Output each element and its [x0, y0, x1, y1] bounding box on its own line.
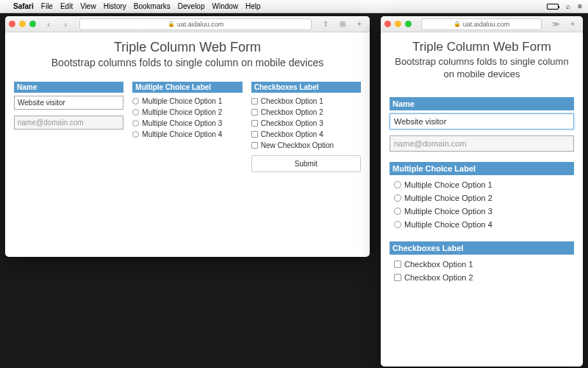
menu-file[interactable]: File [41, 2, 53, 10]
lock-icon: 🔒 [453, 21, 461, 27]
checkbox-icon [251, 109, 258, 116]
window-titlebar[interactable]: 🔒 uat.aidaluu.com ≫ + [381, 16, 583, 32]
share-button[interactable]: ⇪ [319, 18, 332, 29]
menu-history[interactable]: History [104, 2, 126, 10]
page-content: Triple Column Web Form Bootstrap columns… [5, 32, 370, 257]
menu-edit[interactable]: Edit [60, 2, 73, 10]
minimize-icon[interactable] [19, 21, 26, 27]
email-input[interactable]: name@domain.com [14, 116, 123, 130]
menu-window[interactable]: Window [212, 2, 239, 10]
close-icon[interactable] [9, 21, 15, 27]
battery-icon[interactable] [547, 4, 559, 10]
name-input[interactable]: Website visitor [14, 96, 123, 110]
safari-window-wide: ‹ › 🔒 uat.aidaluu.com ⇪ ⊞ + Triple Colum… [5, 16, 370, 257]
radio-option[interactable]: Multiple Choice Option 2 [132, 107, 242, 118]
radio-option[interactable]: Multiple Choice Option 1 [132, 96, 242, 107]
notification-center-icon[interactable]: ≡ [578, 2, 582, 10]
submit-button[interactable]: Submit [251, 155, 361, 172]
radio-option[interactable]: Multiple Choice Option 3 [132, 118, 242, 129]
radio-icon [132, 98, 139, 105]
checkbox-icon [251, 131, 258, 138]
radio-icon [132, 109, 139, 116]
app-name[interactable]: Safari [13, 2, 34, 10]
menu-develop[interactable]: Develop [178, 2, 205, 10]
radio-option[interactable]: Multiple Choice Option 2 [390, 191, 574, 205]
checkbox-icon [251, 98, 258, 105]
checkbox-option[interactable]: Checkbox Option 4 [251, 129, 361, 140]
safari-window-narrow: 🔒 uat.aidaluu.com ≫ + Triple Column Web … [381, 16, 583, 367]
multiple-choice-label: Multiple Choice Label [390, 162, 574, 175]
window-titlebar[interactable]: ‹ › 🔒 uat.aidaluu.com ⇪ ⊞ + [5, 16, 370, 32]
url-text: uat.aidaluu.com [463, 21, 510, 28]
radio-icon [394, 208, 401, 215]
close-icon[interactable] [384, 21, 391, 27]
checkbox-option[interactable]: Checkbox Option 3 [251, 118, 361, 129]
radio-icon [394, 181, 401, 188]
page-subtitle: Bootstrap columns folds to single column… [390, 56, 574, 81]
checkbox-icon [251, 142, 258, 149]
checkbox-icon [394, 261, 401, 268]
more-button[interactable]: ≫ [549, 18, 562, 29]
menu-view[interactable]: View [80, 2, 96, 10]
checkbox-option[interactable]: New Checkbox Option [251, 140, 361, 151]
radio-icon [132, 131, 139, 138]
radio-icon [132, 120, 139, 127]
page-title: Triple Column Web Form [390, 40, 574, 54]
radio-option[interactable]: Multiple Choice Option 3 [390, 205, 574, 218]
radio-option[interactable]: Multiple Choice Option 4 [132, 129, 242, 140]
name-label: Name [14, 82, 123, 93]
checkboxes-label: Checkboxes Label [390, 241, 574, 255]
checkboxes-label: Checkboxes Label [251, 82, 361, 93]
email-input[interactable]: name@domain.com [390, 135, 574, 152]
minimize-icon[interactable] [395, 21, 401, 27]
address-bar[interactable]: 🔒 uat.aidaluu.com [79, 18, 312, 30]
new-tab-button[interactable]: + [566, 18, 579, 29]
zoom-icon[interactable] [405, 21, 412, 27]
radio-option[interactable]: Multiple Choice Option 4 [390, 218, 574, 231]
radio-icon [394, 194, 401, 202]
page-content: Triple Column Web Form Bootstrap columns… [381, 32, 583, 367]
name-input[interactable]: Website visitor [390, 113, 574, 130]
checkbox-option[interactable]: Checkbox Option 1 [390, 258, 574, 271]
menu-help[interactable]: Help [245, 2, 261, 10]
forward-button[interactable]: › [59, 18, 72, 29]
spotlight-icon[interactable]: ⌕ [566, 2, 570, 10]
back-button[interactable]: ‹ [42, 18, 55, 29]
radio-option[interactable]: Multiple Choice Option 1 [390, 178, 574, 191]
menu-bookmarks[interactable]: Bookmarks [134, 2, 171, 10]
checkbox-option[interactable]: Checkbox Option 2 [390, 271, 574, 284]
address-bar[interactable]: 🔒 uat.aidaluu.com [421, 18, 542, 30]
checkbox-option[interactable]: Checkbox Option 2 [251, 107, 361, 118]
page-title: Triple Column Web Form [14, 40, 361, 55]
zoom-icon[interactable] [29, 21, 36, 27]
checkbox-icon [394, 274, 401, 281]
tabs-button[interactable]: ⊞ [336, 18, 349, 29]
lock-icon: 🔒 [168, 21, 175, 27]
multiple-choice-label: Multiple Choice Label [132, 82, 242, 93]
name-label: Name [390, 97, 574, 110]
url-text: uat.aidaluu.com [177, 21, 224, 28]
page-subtitle: Bootstrap columns folds to single column… [14, 57, 361, 68]
checkbox-option[interactable]: Checkbox Option 1 [251, 96, 361, 107]
checkbox-icon [251, 120, 258, 127]
radio-icon [394, 221, 401, 228]
new-tab-button[interactable]: + [353, 18, 366, 29]
macos-menubar: Safari File Edit View History Bookmarks … [0, 0, 588, 13]
